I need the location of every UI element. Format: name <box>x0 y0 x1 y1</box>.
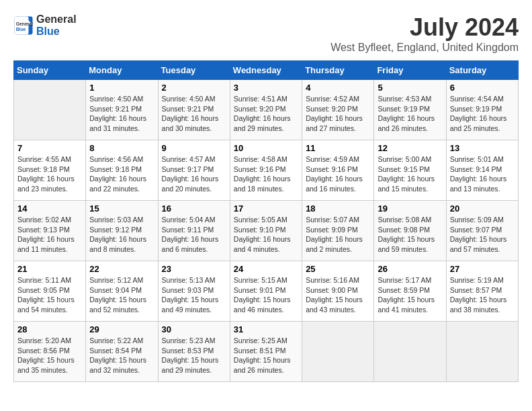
calendar-week-row: 28Sunrise: 5:20 AM Sunset: 8:56 PM Dayli… <box>14 322 519 382</box>
day-info: Sunrise: 5:17 AM Sunset: 8:59 PM Dayligh… <box>378 275 442 315</box>
calendar-week-row: 14Sunrise: 5:02 AM Sunset: 9:13 PM Dayli… <box>14 201 519 261</box>
day-info: Sunrise: 5:22 AM Sunset: 8:54 PM Dayligh… <box>89 336 154 375</box>
day-number: 29 <box>89 324 154 334</box>
calendar-day-cell: 30Sunrise: 5:23 AM Sunset: 8:53 PM Dayli… <box>158 322 230 382</box>
day-info: Sunrise: 5:00 AM Sunset: 9:15 PM Dayligh… <box>378 154 442 194</box>
day-info: Sunrise: 5:12 AM Sunset: 9:04 PM Dayligh… <box>89 275 154 315</box>
calendar-day-cell: 28Sunrise: 5:20 AM Sunset: 8:56 PM Dayli… <box>14 322 86 382</box>
day-number: 23 <box>162 264 226 274</box>
calendar-day-cell: 23Sunrise: 5:13 AM Sunset: 9:03 PM Dayli… <box>158 261 230 322</box>
day-number: 18 <box>306 203 370 214</box>
day-info: Sunrise: 5:03 AM Sunset: 9:12 PM Dayligh… <box>89 215 154 255</box>
day-info: Sunrise: 5:16 AM Sunset: 9:00 PM Dayligh… <box>306 275 370 315</box>
calendar-day-cell: 14Sunrise: 5:02 AM Sunset: 9:13 PM Dayli… <box>14 201 86 261</box>
day-number: 14 <box>17 203 82 214</box>
day-number: 3 <box>234 83 298 93</box>
day-number: 17 <box>234 203 298 214</box>
calendar-day-cell <box>446 322 518 382</box>
calendar-day-cell: 7Sunrise: 4:55 AM Sunset: 9:18 PM Daylig… <box>14 140 86 201</box>
calendar-day-cell <box>374 322 446 382</box>
calendar-day-cell: 12Sunrise: 5:00 AM Sunset: 9:15 PM Dayli… <box>374 140 446 201</box>
day-info: Sunrise: 4:53 AM Sunset: 9:19 PM Dayligh… <box>378 94 442 134</box>
day-number: 9 <box>162 143 226 153</box>
calendar-day-header: Friday <box>374 61 446 80</box>
calendar-week-row: 21Sunrise: 5:11 AM Sunset: 9:05 PM Dayli… <box>14 261 519 322</box>
logo-general-text: General <box>36 13 77 25</box>
calendar-day-cell: 1Sunrise: 4:50 AM Sunset: 9:21 PM Daylig… <box>86 80 158 140</box>
logo: General Blue General Blue <box>13 13 77 38</box>
calendar-day-cell: 27Sunrise: 5:19 AM Sunset: 8:57 PM Dayli… <box>446 261 518 322</box>
day-info: Sunrise: 5:20 AM Sunset: 8:56 PM Dayligh… <box>17 336 82 375</box>
day-info: Sunrise: 5:23 AM Sunset: 8:53 PM Dayligh… <box>162 336 226 375</box>
day-info: Sunrise: 5:09 AM Sunset: 9:07 PM Dayligh… <box>450 215 515 255</box>
calendar-title: July 2024 <box>330 13 519 42</box>
calendar-day-cell: 25Sunrise: 5:16 AM Sunset: 9:00 PM Dayli… <box>302 261 374 322</box>
day-info: Sunrise: 4:51 AM Sunset: 9:20 PM Dayligh… <box>234 94 298 134</box>
day-number: 5 <box>378 83 442 93</box>
calendar-day-cell: 16Sunrise: 5:04 AM Sunset: 9:11 PM Dayli… <box>158 201 230 261</box>
day-number: 7 <box>17 143 82 153</box>
calendar-day-cell: 17Sunrise: 5:05 AM Sunset: 9:10 PM Dayli… <box>230 201 302 261</box>
calendar-day-cell: 24Sunrise: 5:15 AM Sunset: 9:01 PM Dayli… <box>230 261 302 322</box>
day-number: 30 <box>162 324 226 334</box>
calendar-subtitle: West Byfleet, England, United Kingdom <box>330 42 519 54</box>
day-info: Sunrise: 4:56 AM Sunset: 9:18 PM Dayligh… <box>89 154 154 194</box>
day-number: 1 <box>89 83 154 93</box>
day-number: 2 <box>162 83 226 93</box>
calendar-day-cell: 31Sunrise: 5:25 AM Sunset: 8:51 PM Dayli… <box>230 322 302 382</box>
calendar-table: SundayMondayTuesdayWednesdayThursdayFrid… <box>13 60 519 382</box>
day-number: 12 <box>378 143 442 153</box>
calendar-day-cell: 11Sunrise: 4:59 AM Sunset: 9:16 PM Dayli… <box>302 140 374 201</box>
day-info: Sunrise: 4:57 AM Sunset: 9:17 PM Dayligh… <box>162 154 226 194</box>
day-info: Sunrise: 5:08 AM Sunset: 9:08 PM Dayligh… <box>378 215 442 255</box>
calendar-day-cell: 10Sunrise: 4:58 AM Sunset: 9:16 PM Dayli… <box>230 140 302 201</box>
calendar-day-cell: 9Sunrise: 4:57 AM Sunset: 9:17 PM Daylig… <box>158 140 230 201</box>
calendar-day-cell: 8Sunrise: 4:56 AM Sunset: 9:18 PM Daylig… <box>86 140 158 201</box>
calendar-day-cell: 22Sunrise: 5:12 AM Sunset: 9:04 PM Dayli… <box>86 261 158 322</box>
calendar-day-header: Wednesday <box>230 61 302 80</box>
calendar-day-cell: 5Sunrise: 4:53 AM Sunset: 9:19 PM Daylig… <box>374 80 446 140</box>
calendar-day-header: Tuesday <box>158 61 230 80</box>
day-info: Sunrise: 5:05 AM Sunset: 9:10 PM Dayligh… <box>234 215 298 255</box>
day-number: 19 <box>378 203 442 214</box>
calendar-day-cell: 18Sunrise: 5:07 AM Sunset: 9:09 PM Dayli… <box>302 201 374 261</box>
calendar-day-header: Thursday <box>302 61 374 80</box>
day-info: Sunrise: 4:54 AM Sunset: 9:19 PM Dayligh… <box>450 94 515 134</box>
day-info: Sunrise: 4:59 AM Sunset: 9:16 PM Dayligh… <box>306 154 370 194</box>
day-number: 11 <box>306 143 370 153</box>
day-info: Sunrise: 4:55 AM Sunset: 9:18 PM Dayligh… <box>17 154 82 194</box>
logo-icon: General Blue <box>13 15 34 36</box>
day-info: Sunrise: 5:01 AM Sunset: 9:14 PM Dayligh… <box>450 154 515 194</box>
calendar-day-cell: 15Sunrise: 5:03 AM Sunset: 9:12 PM Dayli… <box>86 201 158 261</box>
day-number: 6 <box>450 83 515 93</box>
svg-text:General: General <box>16 21 33 26</box>
calendar-week-row: 7Sunrise: 4:55 AM Sunset: 9:18 PM Daylig… <box>14 140 519 201</box>
calendar-day-header: Sunday <box>14 61 86 80</box>
calendar-day-cell: 2Sunrise: 4:50 AM Sunset: 9:21 PM Daylig… <box>158 80 230 140</box>
logo-blue-text: Blue <box>36 26 60 37</box>
day-number: 27 <box>450 264 515 274</box>
day-number: 4 <box>306 83 370 93</box>
day-number: 22 <box>89 264 154 274</box>
calendar-week-row: 1Sunrise: 4:50 AM Sunset: 9:21 PM Daylig… <box>14 80 519 140</box>
day-info: Sunrise: 5:15 AM Sunset: 9:01 PM Dayligh… <box>234 275 298 315</box>
day-info: Sunrise: 5:04 AM Sunset: 9:11 PM Dayligh… <box>162 215 226 255</box>
day-info: Sunrise: 4:58 AM Sunset: 9:16 PM Dayligh… <box>234 154 298 194</box>
day-number: 24 <box>234 264 298 274</box>
day-number: 16 <box>162 203 226 214</box>
day-info: Sunrise: 4:50 AM Sunset: 9:21 PM Dayligh… <box>89 94 154 134</box>
calendar-day-cell: 6Sunrise: 4:54 AM Sunset: 9:19 PM Daylig… <box>446 80 518 140</box>
calendar-day-cell: 3Sunrise: 4:51 AM Sunset: 9:20 PM Daylig… <box>230 80 302 140</box>
day-number: 15 <box>89 203 154 214</box>
day-info: Sunrise: 5:19 AM Sunset: 8:57 PM Dayligh… <box>450 275 515 315</box>
day-number: 10 <box>234 143 298 153</box>
day-number: 20 <box>450 203 515 214</box>
day-number: 28 <box>17 324 82 334</box>
day-info: Sunrise: 4:50 AM Sunset: 9:21 PM Dayligh… <box>162 94 226 134</box>
day-info: Sunrise: 5:07 AM Sunset: 9:09 PM Dayligh… <box>306 215 370 255</box>
day-number: 31 <box>234 324 298 334</box>
calendar-day-cell: 21Sunrise: 5:11 AM Sunset: 9:05 PM Dayli… <box>14 261 86 322</box>
calendar-day-header: Saturday <box>446 61 518 80</box>
calendar-day-cell: 13Sunrise: 5:01 AM Sunset: 9:14 PM Dayli… <box>446 140 518 201</box>
day-info: Sunrise: 5:11 AM Sunset: 9:05 PM Dayligh… <box>17 275 82 315</box>
